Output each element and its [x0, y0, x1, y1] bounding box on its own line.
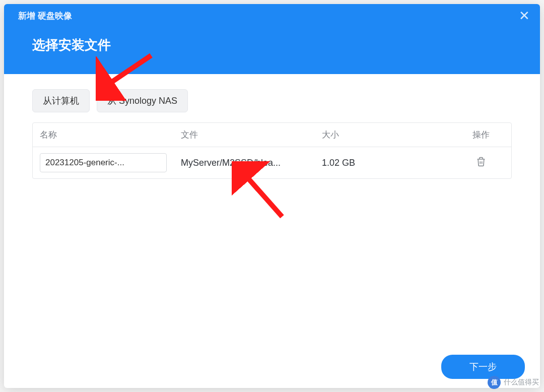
tab-from-synology-nas[interactable]: 从 Synology NAS: [97, 89, 188, 112]
dialog-content: 从计算机 从 Synology NAS 名称 文件 大小 操作 MyServer…: [4, 74, 540, 346]
column-header-file: 文件: [174, 123, 315, 147]
watermark-text: 什么值得买: [504, 378, 539, 387]
dialog-header: 新增 硬盘映像 ✕ 选择安装文件: [4, 4, 540, 74]
source-tabs: 从计算机 从 Synology NAS: [32, 89, 512, 112]
watermark: 值 什么值得买: [488, 376, 539, 389]
trash-icon[interactable]: [476, 157, 486, 167]
column-header-size: 大小: [315, 123, 451, 147]
cell-size: 1.02 GB: [315, 152, 451, 174]
cell-name: [33, 147, 174, 178]
watermark-badge-icon: 值: [488, 376, 501, 389]
cell-file: MyServer/M2SSD/blea...: [174, 152, 315, 174]
page-heading: 选择安装文件: [4, 24, 540, 74]
dialog-new-disk-image: 新增 硬盘映像 ✕ 选择安装文件 从计算机 从 Synology NAS 名称 …: [4, 4, 540, 388]
table-header-row: 名称 文件 大小 操作: [33, 123, 511, 147]
column-header-name: 名称: [33, 123, 174, 147]
window-title: 新增 硬盘映像: [18, 10, 72, 22]
table-row: MyServer/M2SSD/blea... 1.02 GB: [33, 147, 511, 178]
dialog-footer: 下一步: [4, 346, 540, 388]
close-icon: ✕: [519, 8, 530, 23]
tab-from-computer[interactable]: 从计算机: [32, 89, 90, 112]
title-bar: 新增 硬盘映像 ✕: [4, 4, 540, 24]
name-input[interactable]: [40, 153, 167, 172]
close-button[interactable]: ✕: [519, 9, 530, 22]
cell-actions: [451, 151, 511, 175]
next-button[interactable]: 下一步: [441, 355, 525, 379]
file-table: 名称 文件 大小 操作 MyServer/M2SSD/blea... 1.02 …: [32, 122, 512, 179]
column-header-actions: 操作: [451, 123, 511, 147]
